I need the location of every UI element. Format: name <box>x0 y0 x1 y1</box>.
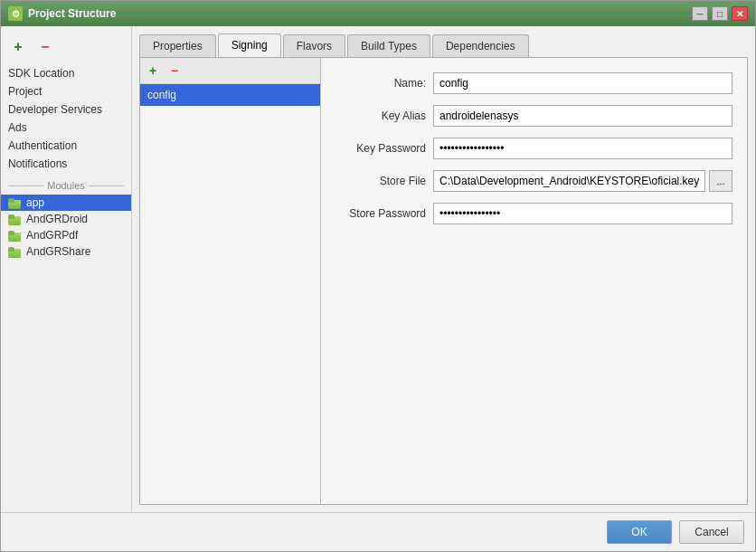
cancel-button[interactable]: Cancel <box>679 520 744 544</box>
tab-dependencies[interactable]: Dependencies <box>432 34 529 57</box>
remove-config-button[interactable]: − <box>165 62 184 80</box>
folder-icon <box>8 196 23 209</box>
store-file-input[interactable] <box>433 170 705 192</box>
sidebar-item-notifications[interactable]: Notifications <box>1 155 131 173</box>
folder-icon <box>8 229 23 242</box>
tabs-row: Properties Signing Flavors Build Types D… <box>139 33 748 57</box>
sidebar-item-app[interactable]: app <box>1 195 131 211</box>
sidebar-item-andgrdroid[interactable]: AndGRDroid <box>1 211 131 227</box>
config-toolbar: + − <box>140 58 320 84</box>
name-label: Name: <box>335 77 426 90</box>
window-controls: ─ □ ✕ <box>692 6 748 21</box>
config-list: config <box>140 84 320 504</box>
sidebar-item-authentication[interactable]: Authentication <box>1 137 131 155</box>
tab-signing[interactable]: Signing <box>218 33 281 57</box>
tab-flavors[interactable]: Flavors <box>283 34 345 57</box>
config-item-config[interactable]: config <box>140 84 320 106</box>
sidebar-item-andgrpdf[interactable]: AndGRPdf <box>1 227 131 243</box>
key-alias-input[interactable] <box>433 105 732 127</box>
tab-content: + − config Name: <box>139 57 748 505</box>
sidebar-item-sdk-location[interactable]: SDK Location <box>1 64 131 82</box>
tab-build-types[interactable]: Build Types <box>347 34 430 57</box>
sidebar-item-ads[interactable]: Ads <box>1 119 131 137</box>
folder-icon <box>8 213 23 225</box>
sidebar-item-developer-services[interactable]: Developer Services <box>1 100 131 119</box>
form-panel: Name: Key Alias Key Password Store File <box>321 58 747 504</box>
window-icon: ⚙ <box>8 6 23 21</box>
title-bar: ⚙ Project Structure ─ □ ✕ <box>1 1 755 26</box>
sidebar-toolbar: + − <box>1 33 131 64</box>
store-file-row: Store File ... <box>335 170 732 192</box>
key-alias-row: Key Alias <box>335 105 732 127</box>
store-password-input[interactable] <box>433 203 732 224</box>
store-password-row: Store Password <box>335 203 732 224</box>
folder-icon <box>8 245 23 258</box>
name-row: Name: <box>335 72 732 94</box>
key-password-input[interactable] <box>433 138 732 159</box>
main-content: Properties Signing Flavors Build Types D… <box>132 26 755 512</box>
store-file-label: Store File <box>335 175 426 187</box>
project-structure-window: ⚙ Project Structure ─ □ ✕ + − SDK Locati… <box>0 0 756 552</box>
store-password-label: Store Password <box>335 207 426 220</box>
add-config-button[interactable]: + <box>144 62 162 80</box>
sidebar-item-andgrshare[interactable]: AndGRShare <box>1 243 131 260</box>
modules-divider: Modules <box>1 173 131 195</box>
bottom-bar: OK Cancel <box>1 512 755 551</box>
content-area: + − SDK Location Project Developer Servi… <box>1 26 755 512</box>
name-input[interactable] <box>433 72 732 94</box>
maximize-button[interactable]: □ <box>712 6 728 21</box>
remove-module-button[interactable]: − <box>35 37 55 57</box>
ok-button[interactable]: OK <box>607 520 672 544</box>
close-button[interactable]: ✕ <box>732 6 748 21</box>
key-password-row: Key Password <box>335 138 732 159</box>
sidebar: + − SDK Location Project Developer Servi… <box>1 26 132 512</box>
window-title: Project Structure <box>28 7 692 20</box>
key-alias-label: Key Alias <box>335 109 426 122</box>
store-file-field-group: ... <box>433 170 732 192</box>
key-password-label: Key Password <box>335 142 426 155</box>
config-panel: + − config <box>140 58 321 504</box>
browse-button[interactable]: ... <box>709 170 732 192</box>
tab-properties[interactable]: Properties <box>139 34 216 57</box>
add-module-button[interactable]: + <box>8 37 28 57</box>
minimize-button[interactable]: ─ <box>692 6 708 21</box>
sidebar-item-project[interactable]: Project <box>1 82 131 100</box>
